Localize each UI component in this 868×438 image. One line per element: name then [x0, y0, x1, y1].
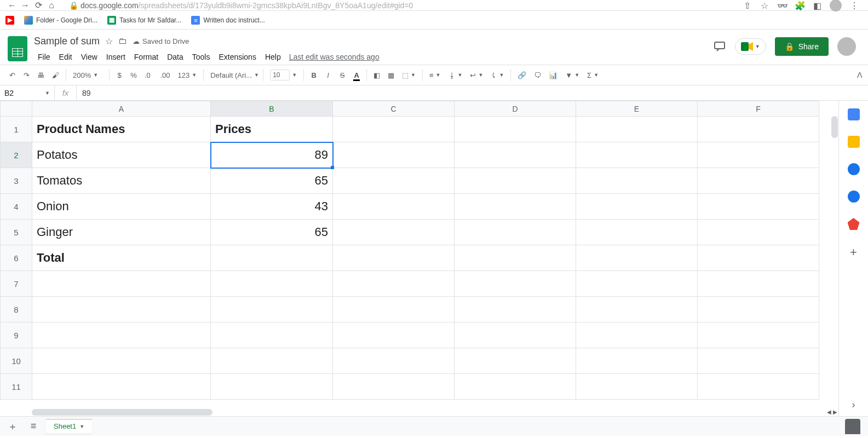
- name-box[interactable]: B2▼: [0, 85, 55, 100]
- cell-F11[interactable]: [698, 374, 819, 400]
- filter-icon[interactable]: ▼▼: [562, 69, 583, 82]
- row-header-2[interactable]: 2: [1, 142, 32, 168]
- undo-icon[interactable]: ↶: [5, 68, 19, 82]
- zoom-select[interactable]: 200%▼: [70, 69, 106, 82]
- currency-icon[interactable]: $: [113, 68, 126, 82]
- font-select[interactable]: Default (Ari...▼: [207, 69, 260, 82]
- add-sheet-icon[interactable]: ＋: [4, 420, 21, 433]
- cell-C1[interactable]: [333, 117, 455, 142]
- cell-C9[interactable]: [333, 322, 455, 348]
- browser-avatar[interactable]: [830, 0, 842, 11]
- menu-insert[interactable]: Insert: [102, 50, 129, 64]
- row-header-9[interactable]: 9: [1, 322, 32, 348]
- cell-B10[interactable]: [211, 348, 333, 374]
- row-header-11[interactable]: 11: [1, 374, 32, 400]
- cell-B4[interactable]: 43: [211, 194, 333, 220]
- cell-E7[interactable]: [576, 271, 698, 297]
- cell-D8[interactable]: [455, 297, 576, 322]
- row-header-3[interactable]: 3: [1, 168, 32, 194]
- explore-icon[interactable]: [845, 419, 860, 434]
- col-header-A[interactable]: A: [32, 101, 211, 117]
- cell-A1[interactable]: Product Names: [32, 117, 211, 142]
- cell-B6[interactable]: [211, 245, 333, 271]
- maps-icon[interactable]: [848, 218, 860, 230]
- share-button[interactable]: 🔒Share: [775, 37, 829, 56]
- document-title[interactable]: Sample of sum: [34, 36, 100, 47]
- scroll-arrows[interactable]: ◀ ▶: [826, 408, 838, 416]
- cell-C4[interactable]: [333, 194, 455, 220]
- cell-E10[interactable]: [576, 348, 698, 374]
- cell-D1[interactable]: [455, 117, 576, 142]
- percent-icon[interactable]: %: [127, 68, 140, 82]
- cell-E4[interactable]: [576, 194, 698, 220]
- text-color-icon[interactable]: A: [350, 68, 363, 82]
- cell-E9[interactable]: [576, 322, 698, 348]
- row-header-7[interactable]: 7: [1, 271, 32, 297]
- cell-F7[interactable]: [698, 271, 819, 297]
- cell-E8[interactable]: [576, 297, 698, 322]
- strike-icon[interactable]: S: [336, 68, 349, 82]
- cell-B5[interactable]: 65: [211, 220, 333, 245]
- row-header-10[interactable]: 10: [1, 348, 32, 374]
- comment-icon[interactable]: 🗨: [531, 68, 544, 82]
- hide-panel-icon[interactable]: ›: [852, 399, 855, 411]
- cell-A3[interactable]: Tomatos: [32, 168, 211, 194]
- tasks-icon[interactable]: [848, 163, 860, 175]
- print-icon[interactable]: 🖶: [34, 68, 48, 82]
- row-header-5[interactable]: 5: [1, 220, 32, 245]
- formula-input[interactable]: 89: [77, 85, 868, 100]
- bookmark-youtube[interactable]: ▶: [5, 16, 14, 25]
- menu-data[interactable]: Data: [163, 50, 187, 64]
- cell-F8[interactable]: [698, 297, 819, 322]
- cell-F1[interactable]: [698, 117, 819, 142]
- cell-E6[interactable]: [576, 245, 698, 271]
- merge-cells-icon[interactable]: ⬚▼: [399, 69, 419, 82]
- menu-view[interactable]: View: [77, 50, 101, 64]
- borders-icon[interactable]: ▦: [384, 68, 398, 82]
- row-header-8[interactable]: 8: [1, 297, 32, 322]
- link-icon[interactable]: 🔗: [514, 68, 530, 82]
- star-icon[interactable]: ☆: [760, 1, 769, 10]
- back-icon[interactable]: ←: [5, 1, 19, 10]
- cell-B11[interactable]: [211, 374, 333, 400]
- menu-extensions[interactable]: Extensions: [215, 50, 260, 64]
- sheets-logo-icon[interactable]: [8, 36, 30, 58]
- fill-color-icon[interactable]: ◧: [370, 68, 383, 82]
- menu-file[interactable]: File: [34, 50, 54, 64]
- cell-A5[interactable]: Ginger: [32, 220, 211, 245]
- cell-B1[interactable]: Prices: [211, 117, 333, 142]
- sheet-tab-active[interactable]: Sheet1▼: [46, 419, 92, 434]
- cell-F9[interactable]: [698, 322, 819, 348]
- cell-B3[interactable]: 65: [211, 168, 333, 194]
- account-chip-icon[interactable]: ◧: [812, 1, 822, 10]
- cell-B2[interactable]: 89: [211, 142, 333, 168]
- font-size-select[interactable]: 10▼: [267, 67, 300, 83]
- cell-D10[interactable]: [455, 348, 576, 374]
- cell-C5[interactable]: [333, 220, 455, 245]
- chart-icon[interactable]: 📊: [545, 68, 561, 82]
- meet-button[interactable]: ▼: [735, 38, 766, 55]
- cell-D11[interactable]: [455, 374, 576, 400]
- reading-list-icon[interactable]: 👓: [777, 1, 787, 10]
- row-header-6[interactable]: 6: [1, 245, 32, 271]
- spreadsheet-grid[interactable]: ABCDEF1Product NamesPrices2Potatos893Tom…: [0, 101, 838, 416]
- cell-E11[interactable]: [576, 374, 698, 400]
- wrap-icon[interactable]: ↩▼: [467, 69, 486, 82]
- star-doc-icon[interactable]: ☆: [105, 36, 113, 47]
- cell-C3[interactable]: [333, 168, 455, 194]
- cell-A8[interactable]: [32, 297, 211, 322]
- select-all-corner[interactable]: [1, 101, 32, 117]
- col-header-C[interactable]: C: [333, 101, 455, 117]
- cell-F10[interactable]: [698, 348, 819, 374]
- cell-C6[interactable]: [333, 245, 455, 271]
- cell-A9[interactable]: [32, 322, 211, 348]
- col-header-D[interactable]: D: [455, 101, 576, 117]
- collapse-toolbar-icon[interactable]: ᐱ: [857, 71, 863, 79]
- move-doc-icon[interactable]: 🗀: [118, 36, 127, 46]
- cell-C8[interactable]: [333, 297, 455, 322]
- redo-icon[interactable]: ↷: [20, 68, 33, 82]
- cell-D7[interactable]: [455, 271, 576, 297]
- cell-E2[interactable]: [576, 142, 698, 168]
- share-page-icon[interactable]: ⇧: [742, 1, 752, 10]
- cell-D3[interactable]: [455, 168, 576, 194]
